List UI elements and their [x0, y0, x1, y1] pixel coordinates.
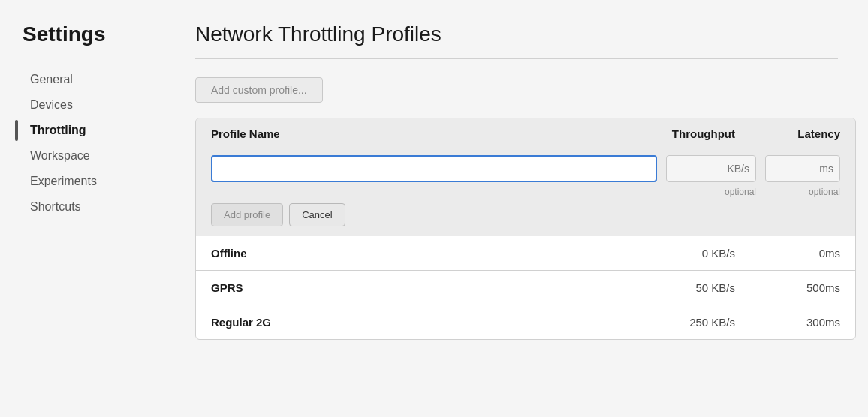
- main-content: Network Throttling Profiles Add custom p…: [165, 0, 868, 417]
- optional-labels-row: optional optional: [196, 185, 855, 203]
- table-header: Profile Name Throughput Latency: [196, 118, 855, 149]
- sidebar-item-throttling[interactable]: Throttling: [23, 118, 165, 142]
- add-custom-profile-button[interactable]: Add custom profile...: [195, 77, 323, 103]
- table-row: Regular 2G 250 KB/s 300ms: [196, 304, 855, 339]
- row-latency: 0ms: [750, 247, 840, 260]
- throughput-input[interactable]: [666, 155, 756, 182]
- add-profile-button[interactable]: Add profile: [211, 203, 283, 226]
- sidebar-item-shortcuts[interactable]: Shortcuts: [23, 195, 165, 219]
- sidebar-item-label: Shortcuts: [30, 200, 81, 213]
- sidebar-item-label: Devices: [30, 98, 73, 111]
- cancel-button[interactable]: Cancel: [289, 203, 345, 226]
- row-profile-name: Regular 2G: [211, 316, 630, 328]
- sidebar-item-label: Throttling: [30, 124, 86, 136]
- table-row: Offline 0 KB/s 0ms: [196, 236, 855, 270]
- sidebar-item-label: Workspace: [30, 149, 90, 162]
- sidebar-item-devices[interactable]: Devices: [23, 93, 165, 117]
- row-profile-name: GPRS: [211, 281, 630, 294]
- row-throughput: 250 KB/s: [630, 316, 750, 328]
- row-profile-name: Offline: [211, 247, 630, 260]
- sidebar: Settings General Devices Throttling Work…: [0, 0, 165, 417]
- header-latency: Latency: [750, 128, 840, 140]
- profiles-table: Profile Name Throughput Latency optional…: [195, 118, 856, 340]
- table-row: GPRS 50 KB/s 500ms: [196, 270, 855, 304]
- sidebar-item-experiments[interactable]: Experiments: [23, 170, 165, 194]
- sidebar-item-general[interactable]: General: [23, 68, 165, 92]
- section-divider: [195, 58, 838, 59]
- sidebar-title: Settings: [23, 22, 165, 46]
- row-throughput: 0 KB/s: [630, 247, 750, 260]
- row-latency: 300ms: [750, 316, 840, 328]
- header-throughput: Throughput: [630, 128, 750, 140]
- sidebar-item-label: Experiments: [30, 175, 97, 188]
- new-profile-input-row: [196, 149, 855, 185]
- sidebar-item-workspace[interactable]: Workspace: [23, 144, 165, 168]
- latency-input[interactable]: [765, 155, 840, 182]
- header-profile-name: Profile Name: [211, 128, 630, 140]
- sidebar-item-label: General: [30, 73, 73, 86]
- row-throughput: 50 KB/s: [630, 281, 750, 294]
- latency-optional-label: optional: [765, 187, 840, 197]
- row-latency: 500ms: [750, 281, 840, 294]
- throughput-optional-label: optional: [666, 187, 756, 197]
- profile-name-input[interactable]: [211, 155, 657, 182]
- action-buttons-row: Add profile Cancel: [196, 203, 855, 236]
- page-title: Network Throttling Profiles: [195, 22, 838, 46]
